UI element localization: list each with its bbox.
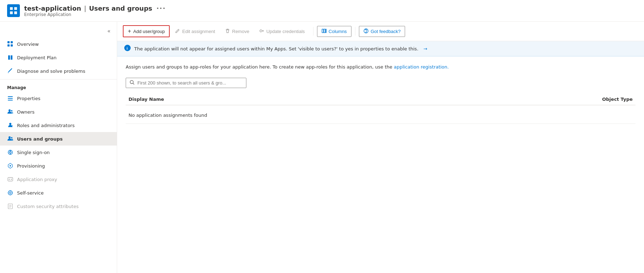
edit-label: Edit assignment: [182, 29, 215, 34]
svg-point-33: [366, 32, 366, 33]
book-icon: [7, 54, 13, 61]
provisioning-label: Provisioning: [17, 163, 45, 169]
pencil-icon: [175, 28, 180, 34]
main-layout: « Overview Deployment Plan Diagnose and …: [0, 22, 644, 273]
sidebar: « Overview Deployment Plan Diagnose and …: [0, 22, 117, 273]
sidebar-item-roles[interactable]: Roles and administrators: [0, 119, 117, 132]
custom-security-label: Custom security attributes: [17, 204, 78, 209]
app-proxy-label: Application proxy: [17, 177, 57, 182]
add-user-group-button[interactable]: + Add user/group: [123, 25, 170, 37]
edit-assignment-button[interactable]: Edit assignment: [170, 26, 220, 37]
svg-point-22: [8, 191, 12, 195]
svg-rect-29: [322, 29, 323, 33]
svg-rect-9: [8, 98, 13, 99]
col-display-name: Display Name: [126, 97, 564, 102]
app-registration-link[interactable]: application registration.: [394, 64, 449, 70]
feedback-button[interactable]: Got feedback?: [359, 26, 405, 37]
columns-button[interactable]: Columns: [317, 26, 351, 37]
sidebar-item-users-groups[interactable]: Users and groups: [0, 132, 117, 146]
banner-arrow[interactable]: →: [424, 46, 427, 51]
sso-label: Single sign-on: [17, 150, 50, 155]
svg-rect-8: [8, 96, 13, 97]
update-credentials-button[interactable]: Update credentials: [255, 26, 309, 37]
col-object-type: Object Type: [564, 97, 635, 102]
deployment-label: Deployment Plan: [17, 55, 56, 60]
search-input[interactable]: [137, 80, 242, 86]
overview-label: Overview: [17, 42, 39, 47]
content-area: Assign users and groups to app-roles for…: [117, 56, 644, 131]
sidebar-item-deployment[interactable]: Deployment Plan: [0, 51, 117, 64]
sidebar-item-owners[interactable]: Owners: [0, 105, 117, 119]
banner-text: The application will not appear for assi…: [134, 46, 419, 51]
svg-rect-1: [14, 7, 17, 10]
svg-point-36: [130, 80, 133, 83]
svg-rect-30: [324, 29, 325, 33]
owners-icon: [7, 109, 13, 115]
app-name: test-application: [24, 5, 81, 12]
sidebar-item-self-service[interactable]: Self-service: [0, 186, 117, 200]
columns-label: Columns: [329, 29, 347, 34]
sidebar-item-sso[interactable]: Single sign-on: [0, 146, 117, 159]
svg-rect-19: [8, 178, 13, 181]
svg-rect-3: [14, 11, 17, 14]
roles-icon: [7, 122, 13, 129]
header-subtitle: Enterprise Application: [24, 12, 166, 17]
header-title-group: test-application | Users and groups ··· …: [24, 5, 166, 17]
add-button-label: Add user/group: [133, 29, 165, 34]
custom-security-icon: [7, 203, 13, 209]
sso-icon: [7, 149, 13, 155]
app-avatar: [7, 4, 20, 17]
users-groups-icon: [7, 136, 13, 142]
roles-label: Roles and administrators: [17, 123, 75, 128]
provisioning-icon: [7, 163, 13, 169]
svg-point-21: [11, 179, 12, 180]
sidebar-item-overview[interactable]: Overview: [0, 37, 117, 51]
plus-icon: +: [128, 28, 131, 34]
svg-text:i: i: [127, 46, 128, 50]
feedback-label: Got feedback?: [371, 29, 401, 34]
toolbar: + Add user/group Edit assignment Remove: [117, 22, 644, 41]
properties-icon: [7, 95, 13, 102]
svg-rect-6: [7, 44, 10, 47]
sidebar-item-app-proxy: Application proxy: [0, 173, 117, 186]
svg-point-28: [260, 30, 262, 32]
sidebar-item-provisioning[interactable]: Provisioning: [0, 159, 117, 173]
svg-point-15: [9, 136, 11, 138]
sidebar-item-custom-security: Custom security attributes: [0, 200, 117, 213]
svg-rect-7: [11, 44, 13, 47]
header-title: test-application | Users and groups ···: [24, 5, 166, 12]
svg-point-12: [11, 110, 12, 111]
columns-icon: [322, 28, 327, 34]
svg-rect-0: [10, 7, 13, 10]
page-header: test-application | Users and groups ··· …: [0, 0, 644, 22]
svg-point-11: [9, 109, 11, 111]
svg-rect-4: [7, 41, 10, 43]
info-icon: i: [124, 45, 131, 53]
remove-button[interactable]: Remove: [220, 26, 254, 37]
properties-label: Properties: [17, 96, 40, 101]
toolbar-divider-2: [355, 27, 355, 36]
sidebar-item-properties[interactable]: Properties: [0, 92, 117, 105]
grid-icon: [7, 41, 13, 47]
sidebar-item-diagnose[interactable]: Diagnose and solve problems: [0, 64, 117, 78]
remove-label: Remove: [232, 29, 249, 34]
wrench-icon: [7, 68, 13, 74]
self-service-icon: [7, 190, 13, 196]
svg-point-23: [10, 192, 11, 194]
collapse-button[interactable]: «: [104, 26, 114, 36]
description-start: Assign users and groups to app-roles for…: [126, 64, 392, 70]
svg-point-18: [10, 165, 11, 166]
search-bar: [126, 78, 246, 88]
table-empty-message: No application assignments found: [126, 107, 635, 124]
toolbar-divider-1: [313, 27, 313, 36]
trash-icon: [225, 28, 230, 34]
more-options-dots[interactable]: ···: [157, 5, 166, 12]
svg-point-13: [9, 123, 11, 125]
table-header: Display Name Object Type: [126, 94, 635, 105]
svg-line-37: [133, 83, 135, 84]
svg-rect-31: [326, 29, 326, 33]
app-proxy-icon: [7, 176, 13, 182]
svg-rect-2: [10, 11, 13, 14]
update-label: Update credentials: [266, 29, 305, 34]
content-description: Assign users and groups to app-roles for…: [126, 64, 635, 71]
